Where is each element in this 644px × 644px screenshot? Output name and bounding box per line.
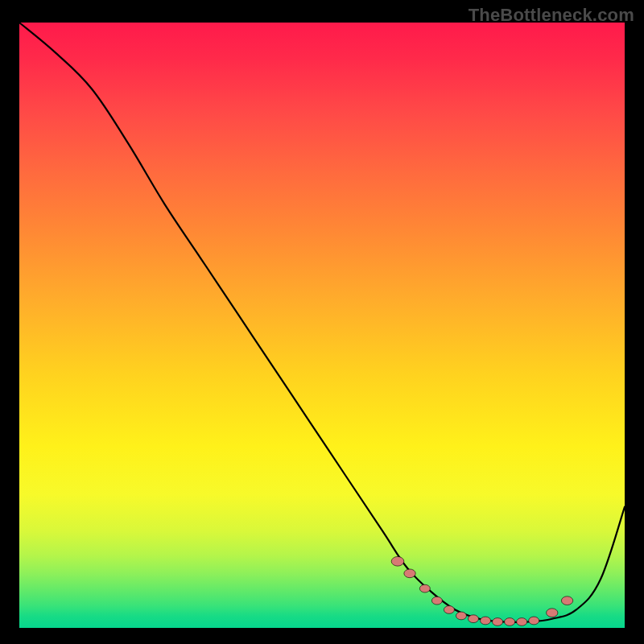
curve-marker — [419, 584, 430, 592]
curve-marker — [404, 569, 415, 578]
curve-marker — [469, 615, 479, 623]
chart-svg — [19, 23, 625, 628]
curve-marker — [391, 556, 404, 566]
curve-marker — [547, 609, 558, 617]
curve-marker — [431, 597, 442, 605]
curve-marker — [529, 617, 539, 625]
curve-marker — [561, 597, 572, 605]
curve-marker — [481, 617, 491, 625]
curve-marker — [493, 618, 503, 626]
curve-marker — [444, 606, 454, 614]
curve-marker — [505, 618, 515, 626]
chart-plot-area — [19, 23, 625, 628]
curve-marker — [456, 612, 466, 620]
bottleneck-curve — [19, 23, 625, 622]
curve-marker — [517, 618, 527, 626]
marker-group — [391, 556, 573, 625]
